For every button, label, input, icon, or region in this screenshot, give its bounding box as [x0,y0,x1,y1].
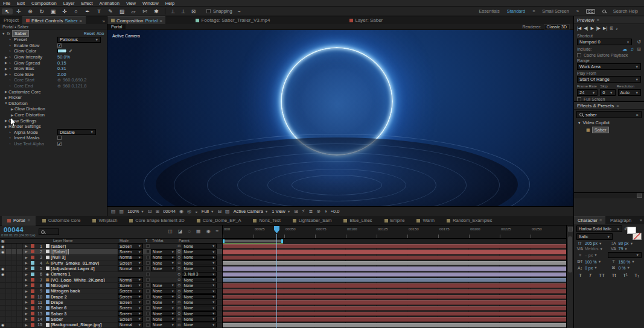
workspace-overflow-chevron[interactable]: » [576,8,579,14]
parent-select[interactable]: None▼ [182,323,217,328]
layer-name[interactable]: [Puffy_Smoke_01.mov] [51,260,116,265]
expander-icon[interactable]: ▶ [4,61,8,65]
frame-rate-select[interactable]: 24▼ [577,89,598,96]
menu-window[interactable]: Window [142,1,159,6]
effects-group-row[interactable]: ▼ Video Copilot [574,119,644,126]
tab-paragraph[interactable]: Paragraph [610,218,631,223]
layer-audio-toggle[interactable] [6,266,11,271]
layer-visibility-toggle[interactable] [0,283,6,288]
layer-label-chip[interactable] [30,311,36,316]
new-panel-button[interactable] [637,194,642,198]
trkmat-select[interactable]: None▼ [151,249,176,254]
layer-solo-toggle[interactable] [11,317,17,321]
layer-label-chip[interactable] [30,249,36,254]
effect-row-preset[interactable]: ◔PresetPatronus▼ [0,37,107,43]
layer-name[interactable]: Saber [51,317,116,321]
timeline-search[interactable] [39,229,59,235]
shortcut-select[interactable]: Numpad 0▼ [577,39,632,45]
horizontal-scale-field[interactable]: ⊤ 150 %▼ [610,259,642,264]
pick-whip-icon[interactable]: ⊙ [177,311,180,316]
type-button-1[interactable]: T [589,273,592,278]
trkmat-select[interactable]: None▼ [151,266,176,271]
collapse-toggle[interactable] [146,244,150,248]
layer-row-5[interactable]: ◉▶5[Adjustment Layer 4]Normal▼None▼⊙None… [0,266,222,271]
layer-solo-toggle[interactable] [11,323,17,327]
property-checkbox[interactable]: ✓ [57,43,62,48]
collapse-toggle[interactable] [146,289,150,293]
layer-solo-toggle[interactable] [11,266,17,271]
layer-name[interactable]: [Saber] [51,244,116,248]
collapse-toggle[interactable] [146,250,150,253]
prev-frame-button[interactable]: ◀| [584,26,588,31]
last-frame-button[interactable]: ▶| [603,26,607,31]
magnification-select[interactable]: 100%▼ [127,209,144,214]
font-size-field[interactable]: tT 205 px▼ [576,241,608,245]
expander-icon[interactable]: ▶ [4,119,8,122]
column-layer-name[interactable]: Layer Name [53,239,73,242]
tracking-field[interactable]: VA 79▼ [610,247,642,251]
type-button-5[interactable]: T₁ [634,273,639,278]
eraser-tool-icon[interactable]: ▱ [128,8,139,14]
property-dropdown[interactable]: Patronus▼ [57,37,101,43]
layer-row-2[interactable]: ◉▶2[Saber]Screen▼None▼⊙None▼ [0,249,222,254]
layer-lock-toggle[interactable] [17,289,23,294]
shape-tool-icon[interactable]: ○ [71,8,81,14]
layer-row-13[interactable]: ▶13Saber 3Screen▼None▼⊙None▼ [0,311,222,317]
collapse-toggle[interactable] [146,261,150,265]
stopwatch-icon[interactable]: ◔ [8,66,14,71]
layer-audio-toggle[interactable] [6,323,11,327]
export-button[interactable]: ⊞ [610,26,613,31]
tab-composition[interactable]: Composition Portal ≡ [107,16,165,24]
property-dropdown[interactable]: Disable▼ [57,129,96,135]
crosshair-icon[interactable]: ⊕ [57,84,61,89]
pick-whip-icon[interactable]: ⊙ [177,306,180,311]
layer-lock-toggle[interactable] [17,266,23,271]
mode-select[interactable]: Screen▼ [118,306,143,311]
safe-zones-icon[interactable]: ⊡ [148,209,152,214]
layer-label-chip[interactable] [30,294,36,299]
pick-whip-icon[interactable]: ⊙ [177,277,180,282]
layer-lock-toggle[interactable] [17,306,23,311]
graph-editor-icon[interactable]: ≈ [216,229,218,234]
effect-row-render-settings[interactable]: ▶Render Settings [0,124,107,130]
layer-solo-toggle[interactable] [11,272,17,277]
pick-whip-icon[interactable]: ⊙ [177,249,180,254]
kerning-field[interactable]: V⁄A Metrics▼ [576,247,608,251]
layer-name[interactable]: [Saber] [51,249,116,254]
eyedropper-icon[interactable]: ✐ [69,49,72,54]
menu-composition[interactable]: Composition [31,1,57,6]
layer-bar[interactable] [223,244,567,248]
layer-visibility-toggle[interactable]: ◉ [0,266,6,271]
layer-solo-toggle[interactable] [11,260,17,265]
effect-row-glow-intensity[interactable]: ▶◔Glow Intensity50.0% [0,54,107,60]
search-help-field[interactable]: Search Help [613,8,638,14]
trkmat-select[interactable]: None▼ [151,317,176,322]
composition-subtab[interactable]: Portal [107,24,126,30]
layer-bar[interactable] [223,289,567,294]
rotation-tool-icon[interactable]: ↻ [36,8,47,14]
menu-file[interactable]: File [3,1,10,6]
layer-label-chip[interactable] [30,306,36,311]
effect-row-core-distortion[interactable]: ▶Core Distortion [0,112,107,118]
mode-select[interactable]: Screen▼ [118,260,143,266]
layer-audio-toggle[interactable] [6,260,11,265]
timeline-tab-nons-test[interactable]: Nons_Test [247,216,285,226]
reset-preview-icon[interactable]: ↺ [637,39,641,45]
panel-menu-icon[interactable]: ≡ [28,218,30,222]
mode-select[interactable]: Screen▼ [118,283,143,288]
parent-select[interactable]: None▼ [182,317,217,322]
property-number[interactable]: 960.0,690.2 [63,77,87,83]
layer-label-chip[interactable] [30,300,36,304]
collapse-toggle[interactable] [146,306,150,310]
layer-label-chip[interactable] [30,277,36,282]
layer-bar[interactable] [223,306,567,311]
panel-overflow-chevron[interactable]: » [640,218,644,223]
effect-reset-button[interactable]: Reset [84,31,95,36]
fill-stroke-swatches[interactable] [627,227,642,240]
view-axis-mode-icon[interactable]: ⊠ [189,8,198,14]
expander-icon[interactable]: ▶ [10,113,14,117]
layer-lock-toggle[interactable] [17,244,23,248]
column-mode[interactable]: Mode [120,239,129,242]
layer-expander-icon[interactable]: ▶ [23,323,30,327]
lock-column-icon[interactable]: ▣ [1,239,5,243]
